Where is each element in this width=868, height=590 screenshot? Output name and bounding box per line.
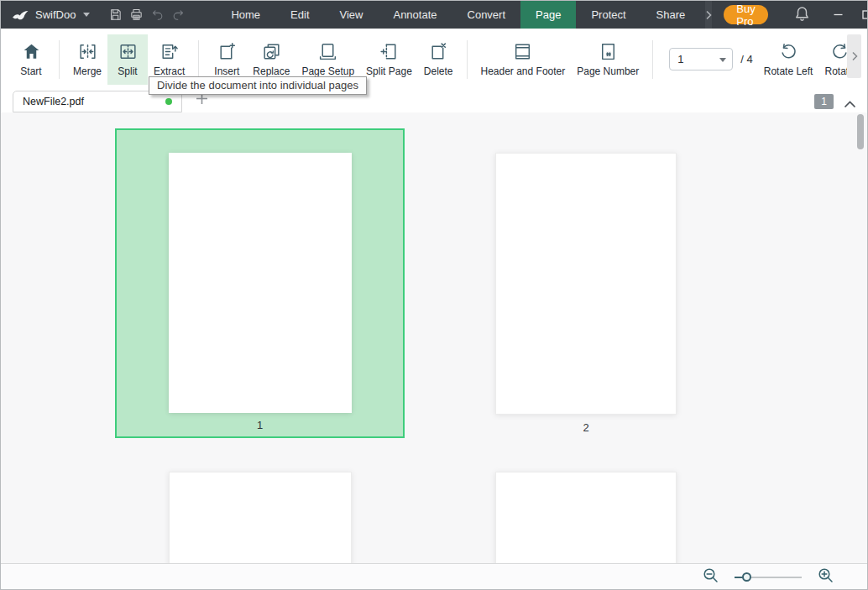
tool-label: Replace bbox=[253, 65, 290, 77]
thumbnail-grid: 1 2 3 4 bbox=[1, 112, 867, 565]
merge-icon bbox=[77, 41, 98, 62]
slider-thumb[interactable] bbox=[742, 572, 751, 582]
menu-item-home[interactable]: Home bbox=[216, 1, 275, 29]
maximize-icon bbox=[862, 10, 868, 19]
page-number-input-wrap bbox=[669, 48, 733, 70]
menu-item-convert[interactable]: Convert bbox=[452, 1, 521, 29]
menu-label: Annotate bbox=[393, 8, 437, 21]
undo-icon bbox=[150, 8, 165, 22]
merge-button[interactable]: Merge bbox=[67, 34, 107, 85]
split-tooltip: Divide the document into individual page… bbox=[149, 76, 367, 95]
menu-item-edit[interactable]: Edit bbox=[275, 1, 324, 29]
page-thumbnail-4[interactable] bbox=[495, 472, 677, 565]
collapse-panel-button[interactable] bbox=[844, 97, 856, 112]
page-toolbar: Start Merge Split Extract Insert Replace… bbox=[1, 29, 867, 90]
status-bar bbox=[1, 563, 867, 589]
maximize-button[interactable] bbox=[853, 1, 868, 29]
menu-label: Edit bbox=[290, 8, 309, 21]
page-number-label: 2 bbox=[495, 421, 677, 434]
divider bbox=[198, 40, 199, 79]
zoom-slider[interactable] bbox=[735, 572, 802, 582]
start-button[interactable]: Start bbox=[11, 34, 51, 85]
tool-label: Split Page bbox=[366, 65, 412, 77]
scrollbar-thumb[interactable] bbox=[857, 114, 864, 149]
tool-label: Start bbox=[20, 65, 41, 77]
save-button[interactable] bbox=[108, 5, 123, 25]
bell-icon bbox=[795, 6, 809, 21]
redo-button[interactable] bbox=[171, 5, 186, 25]
replace-icon bbox=[261, 41, 282, 62]
split-page-button[interactable]: Split Page bbox=[360, 34, 418, 85]
insert-icon bbox=[217, 41, 238, 62]
app-menu-button[interactable]: SwifDoo bbox=[11, 8, 90, 23]
menu-item-annotate[interactable]: Annotate bbox=[378, 1, 452, 29]
menu-item-view[interactable]: View bbox=[325, 1, 379, 29]
page-number-label: 1 bbox=[117, 419, 403, 431]
buy-pro-button[interactable]: Buy Pro bbox=[724, 5, 767, 24]
printer-icon bbox=[129, 8, 144, 22]
print-button[interactable] bbox=[129, 5, 144, 25]
divider bbox=[59, 40, 60, 79]
buy-pro-label: Buy Pro bbox=[736, 3, 755, 28]
rotate-left-button[interactable]: Rotate Left bbox=[758, 34, 819, 85]
minimize-button[interactable] bbox=[824, 1, 853, 29]
split-icon bbox=[118, 41, 139, 62]
page-preview[interactable] bbox=[169, 153, 352, 413]
rotate-left-icon bbox=[778, 41, 799, 62]
delete-icon bbox=[428, 41, 449, 62]
menu-label: Home bbox=[231, 8, 260, 21]
toolbar-overflow-button[interactable] bbox=[847, 34, 861, 78]
swifdoo-logo-icon bbox=[11, 8, 29, 23]
chevron-right-icon bbox=[851, 51, 858, 61]
menu-label: View bbox=[340, 8, 363, 21]
extract-icon bbox=[159, 41, 180, 62]
tool-label: Page Setup bbox=[301, 65, 354, 77]
menu-item-page[interactable]: Page bbox=[520, 1, 576, 29]
zoom-in-icon bbox=[818, 567, 834, 583]
menu-label: Page bbox=[536, 8, 561, 21]
page-total-label: / 4 bbox=[740, 53, 752, 65]
page-thumbnail-1-selected[interactable]: 1 bbox=[115, 128, 405, 438]
menu-label: Share bbox=[656, 8, 686, 21]
main-menu: Home Edit View Annotate Convert Page Pro… bbox=[216, 1, 700, 29]
zoom-in-button[interactable] bbox=[818, 567, 834, 587]
tool-label: Split bbox=[118, 65, 137, 77]
divider bbox=[652, 40, 653, 79]
unsaved-status-dot bbox=[165, 98, 172, 105]
header-footer-icon bbox=[512, 41, 533, 62]
tool-label: Insert bbox=[214, 65, 239, 77]
page-select-caret-icon[interactable] bbox=[719, 58, 726, 62]
delete-button[interactable]: Delete bbox=[418, 34, 459, 85]
notifications-button[interactable] bbox=[795, 6, 809, 23]
app-window: SwifDoo Home Edit View Annotate Convert … bbox=[0, 0, 868, 590]
page-thumbnail-2[interactable] bbox=[495, 153, 677, 415]
menu-item-share[interactable]: Share bbox=[641, 1, 701, 29]
tool-label: Page Number bbox=[577, 65, 639, 77]
title-bar: SwifDoo Home Edit View Annotate Convert … bbox=[1, 1, 867, 29]
zoom-out-button[interactable] bbox=[703, 567, 719, 587]
tool-label: Rotate Left bbox=[764, 65, 813, 77]
header-footer-button[interactable]: Header and Footer bbox=[475, 34, 572, 85]
split-page-icon bbox=[379, 41, 400, 62]
chevron-right-icon bbox=[705, 10, 712, 20]
document-tab-title: NewFile2.pdf bbox=[23, 96, 84, 107]
chevron-up-icon bbox=[844, 101, 856, 108]
menu-overflow-button[interactable] bbox=[705, 1, 712, 29]
zoom-out-icon bbox=[703, 567, 719, 583]
page-thumbnail-3[interactable] bbox=[169, 472, 352, 565]
page-number-icon bbox=[598, 41, 619, 62]
save-icon bbox=[108, 8, 123, 22]
redo-icon bbox=[171, 8, 186, 22]
menu-label: Protect bbox=[591, 8, 625, 21]
split-button[interactable]: Split bbox=[107, 34, 148, 85]
page-number-button[interactable]: Page Number bbox=[571, 34, 645, 85]
chevron-down-icon bbox=[83, 13, 90, 17]
home-icon bbox=[21, 41, 42, 62]
current-page-badge: 1 bbox=[814, 94, 834, 109]
page-navigation: / 4 bbox=[669, 48, 752, 70]
undo-button[interactable] bbox=[150, 5, 165, 25]
app-name: SwifDoo bbox=[35, 8, 76, 21]
menu-item-protect[interactable]: Protect bbox=[576, 1, 641, 29]
tool-label: Extract bbox=[154, 65, 185, 77]
page-setup-icon bbox=[317, 41, 338, 62]
